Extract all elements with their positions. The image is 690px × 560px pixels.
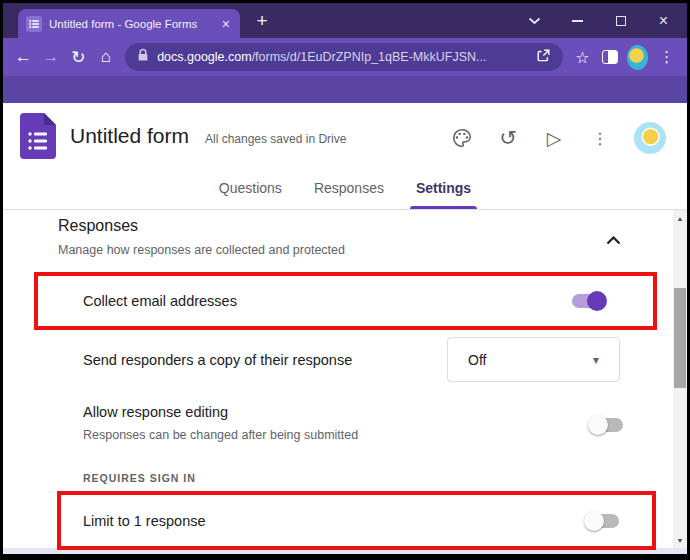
- forward-icon[interactable]: →: [39, 43, 64, 71]
- response-editing-description: Responses can be changed after being sub…: [83, 428, 358, 442]
- back-icon[interactable]: ←: [11, 43, 36, 71]
- toggle-knob: [588, 415, 608, 435]
- responses-section-subtitle: Manage how responses are collected and p…: [58, 243, 345, 257]
- tab-title: Untitled form - Google Forms: [49, 18, 213, 30]
- browser-toolbar: ← → ↻ ⌂ docs.google.com/forms/d/1EuDrZPN…: [3, 38, 687, 76]
- collect-email-label: Collect email addresses: [83, 293, 237, 309]
- dropdown-value: Off: [468, 352, 486, 368]
- tab-settings[interactable]: Settings: [413, 167, 474, 209]
- theme-palette-icon[interactable]: [450, 126, 474, 150]
- limit-response-label: Limit to 1 response: [83, 513, 206, 529]
- tab-responses[interactable]: Responses: [311, 167, 387, 209]
- url-text: docs.google.com/forms/d/1EuDrZPNIp_1qBE-…: [157, 50, 528, 64]
- google-forms-doc-icon: [20, 113, 56, 163]
- screenshot-root: Untitled form - Google Forms × + × ← → ↻…: [0, 0, 690, 560]
- send-copy-dropdown[interactable]: Off ▾: [447, 337, 620, 382]
- collapse-chevron-up-icon[interactable]: [600, 227, 626, 253]
- browser-tab[interactable]: Untitled form - Google Forms ×: [18, 9, 240, 38]
- new-tab-button[interactable]: +: [250, 9, 274, 33]
- limit-response-toggle[interactable]: [584, 511, 620, 531]
- browser-profile-avatar[interactable]: [627, 45, 648, 70]
- forms-page: Untitled form All changes saved in Drive…: [3, 103, 687, 548]
- side-panel-icon[interactable]: [598, 43, 622, 71]
- url-path: /forms/d/1EuDrZPNIp_1qBE-MkkUFJSN...: [252, 50, 487, 64]
- scrollbar-up-icon[interactable]: ▲: [673, 211, 687, 225]
- window-close-button[interactable]: ×: [642, 3, 685, 38]
- side-panel-glyph: [602, 50, 618, 64]
- browser-menu-icon[interactable]: ⋮: [654, 43, 679, 71]
- chrome-band: [3, 76, 687, 103]
- send-copy-label: Send responders a copy of their response: [83, 352, 352, 368]
- browser-window: Untitled form - Google Forms × + × ← → ↻…: [3, 3, 687, 554]
- annotation-box-collect-email: Collect email addresses: [34, 272, 657, 330]
- form-title[interactable]: Untitled form: [70, 124, 189, 148]
- toggle-knob: [584, 511, 604, 531]
- responses-section-title: Responses: [58, 217, 138, 235]
- google-forms-favicon-icon: [26, 16, 42, 32]
- window-minimize-button[interactable]: [556, 3, 599, 38]
- form-nav-tabs: Questions Responses Settings: [3, 167, 687, 209]
- lock-icon: [137, 48, 149, 66]
- scrollbar[interactable]: ▲ ▼: [673, 210, 687, 548]
- minimize-icon: [572, 20, 583, 22]
- scrollbar-thumb[interactable]: [674, 288, 686, 388]
- reload-icon[interactable]: ↻: [66, 43, 91, 71]
- annotation-box-limit-response: Limit to 1 response: [57, 491, 656, 550]
- more-options-icon[interactable]: ⋮: [588, 126, 612, 150]
- response-editing-label: Allow response editing: [83, 404, 228, 420]
- window-controls: ×: [513, 3, 685, 38]
- tabs-divider: [3, 209, 687, 210]
- home-icon[interactable]: ⌂: [94, 43, 119, 71]
- tab-close-icon[interactable]: ×: [220, 17, 232, 31]
- toggle-knob: [587, 291, 607, 311]
- save-status: All changes saved in Drive: [205, 132, 346, 146]
- window-chevron-down-icon[interactable]: [513, 3, 556, 38]
- form-header-actions: ↺ ▷ ⋮: [450, 122, 666, 154]
- tab-questions[interactable]: Questions: [216, 167, 285, 209]
- share-icon[interactable]: [536, 48, 551, 67]
- browser-titlebar: Untitled form - Google Forms × + ×: [3, 3, 687, 38]
- undo-icon[interactable]: ↺: [496, 126, 520, 150]
- bookmark-star-icon[interactable]: ☆: [570, 43, 595, 71]
- scrollbar-down-icon[interactable]: ▼: [673, 533, 687, 547]
- requires-sign-in-label: REQUIRES SIGN IN: [83, 472, 196, 484]
- address-bar[interactable]: docs.google.com/forms/d/1EuDrZPNIp_1qBE-…: [125, 43, 563, 71]
- collect-email-toggle[interactable]: [571, 291, 607, 311]
- caret-down-icon: ▾: [593, 353, 599, 367]
- url-domain: docs.google.com: [157, 50, 252, 64]
- maximize-icon: [616, 16, 626, 26]
- send-icon[interactable]: ▷: [542, 126, 566, 150]
- account-avatar[interactable]: [634, 122, 666, 154]
- window-maximize-button[interactable]: [599, 3, 642, 38]
